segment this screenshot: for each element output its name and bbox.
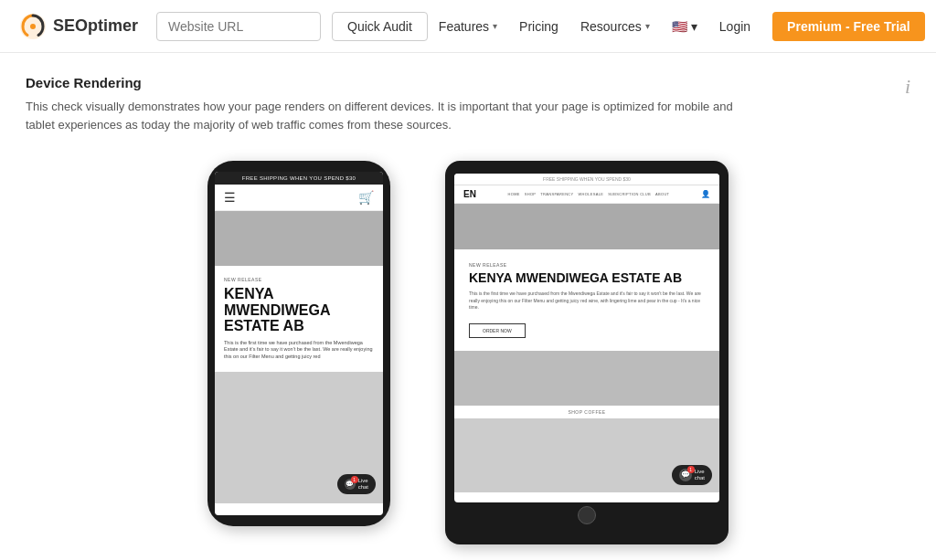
nav-area: Features ▾ Pricing Resources ▾ 🇺🇸 ▾ Logi… [439, 12, 925, 41]
tablet-content-box: NEW RELEASE KENYA MWENDIWEGA ESTATE AB T… [454, 249, 719, 351]
tablet-nav-subscription: SUBSCRIPTION CLUB [608, 192, 651, 196]
phone-top-bar: FREE SHIPPING WHEN YOU SPEND $30 [215, 172, 383, 185]
chat-badge: 1 [351, 476, 358, 483]
tablet-content-area: NEW RELEASE KENYA MWENDIWEGA ESTATE AB T… [454, 204, 719, 492]
tablet-frame: FREE SHIPPING WHEN YOU SPEND $30 EN HOME… [445, 161, 729, 544]
tablet-nav-transparency: TRANSPARENCY [540, 192, 573, 196]
phone-body-text: This is the first time we have purchased… [224, 340, 374, 361]
devices-area: FREE SHIPPING WHEN YOU SPEND $30 ☰ 🛒 NEW… [26, 161, 910, 544]
tablet-gray-bottom [454, 351, 719, 406]
chevron-down-icon-3: ▾ [691, 19, 697, 34]
svg-point-1 [30, 24, 36, 29]
tablet-home-button [578, 506, 596, 524]
cart-icon: 🛒 [358, 190, 374, 205]
phone-nav: ☰ 🛒 [215, 185, 383, 211]
hamburger-icon: ☰ [224, 190, 236, 205]
chat-label: Live chat [358, 478, 368, 491]
main-content: Device Rendering This check visually dem… [0, 53, 936, 560]
tablet-body-text: This is the first time we have purchased… [469, 291, 705, 312]
logo[interactable]: SEOptimer [18, 12, 138, 41]
nav-pricing[interactable]: Pricing [519, 19, 558, 34]
nav-features[interactable]: Features ▾ [439, 19, 497, 34]
nav-resources[interactable]: Resources ▾ [580, 19, 650, 34]
section-title: Device Rendering [26, 75, 910, 90]
chevron-down-icon-2: ▾ [645, 21, 650, 31]
phone-screen: FREE SHIPPING WHEN YOU SPEND $30 ☰ 🛒 NEW… [215, 172, 383, 515]
url-input[interactable] [156, 12, 321, 41]
tablet-new-release-label: NEW RELEASE [469, 262, 705, 268]
language-selector[interactable]: 🇺🇸 ▾ [672, 19, 697, 34]
tablet-top-bar: FREE SHIPPING WHEN YOU SPEND $30 [454, 174, 719, 185]
chevron-down-icon: ▾ [493, 21, 497, 31]
phone-frame: FREE SHIPPING WHEN YOU SPEND $30 ☰ 🛒 NEW… [207, 161, 390, 526]
tablet-bottom-text: SHOP COFFEE [454, 406, 719, 418]
tablet-nav: EN HOME SHOP TRANSPARENCY WHOLESALE SUBS… [454, 185, 719, 204]
tablet-screen: FREE SHIPPING WHEN YOU SPEND $30 EN HOME… [454, 174, 719, 502]
tablet-nav-items: HOME SHOP TRANSPARENCY WHOLESALE SUBSCRI… [508, 192, 670, 196]
phone-heading: KENYA MWENDIWEGA ESTATE AB [224, 286, 374, 334]
tablet-chat-label: Live chat [695, 469, 705, 481]
phone-device: FREE SHIPPING WHEN YOU SPEND $30 ☰ 🛒 NEW… [207, 161, 390, 526]
phone-gray-top [215, 211, 383, 266]
flag-icon: 🇺🇸 [672, 19, 687, 34]
logo-icon [18, 12, 48, 41]
tablet-chat-badge: 1 [687, 466, 695, 473]
tablet-device: FREE SHIPPING WHEN YOU SPEND $30 EN HOME… [445, 161, 729, 544]
section-description: This check visually demonstrates how you… [26, 98, 757, 133]
header: SEOptimer Quick Audit Features ▾ Pricing… [0, 0, 936, 53]
tablet-chat-bubble: 💬 1 Live chat [672, 465, 712, 485]
logo-text: SEOptimer [53, 16, 138, 36]
login-button[interactable]: Login [719, 19, 750, 34]
premium-button[interactable]: Premium - Free Trial [772, 12, 925, 41]
tablet-nav-home: HOME [508, 192, 520, 196]
phone-new-release-label: NEW RELEASE [224, 277, 374, 282]
phone-chat-bubble: 💬 1 Live chat [337, 474, 376, 494]
tablet-nav-about: ABOUT [655, 192, 669, 196]
tablet-user-icon: 👤 [701, 190, 710, 198]
tablet-nav-shop: SHOP [525, 192, 537, 196]
tablet-nav-wholesale: WHOLESALE [579, 192, 604, 196]
phone-content-box: NEW RELEASE KENYA MWENDIWEGA ESTATE AB T… [215, 266, 383, 372]
info-icon[interactable]: i [905, 75, 910, 99]
tablet-gray-bg [454, 204, 719, 249]
tablet-order-button[interactable]: ORDER NOW [469, 323, 526, 338]
phone-content-area: NEW RELEASE KENYA MWENDIWEGA ESTATE AB T… [215, 211, 383, 503]
quick-audit-button[interactable]: Quick Audit [332, 12, 428, 41]
tablet-heading: KENYA MWENDIWEGA ESTATE AB [469, 271, 705, 285]
tablet-logo: EN [463, 189, 476, 199]
